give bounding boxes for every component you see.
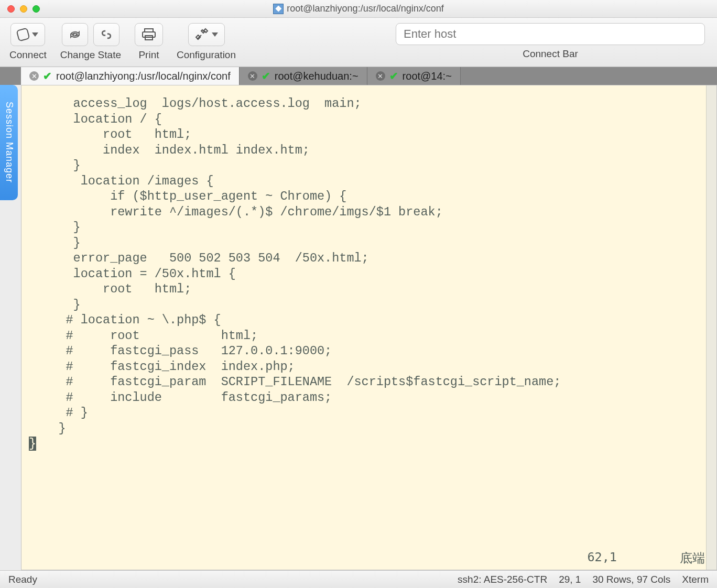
disconnect-icon xyxy=(101,29,112,40)
tab-label: root@14:~ xyxy=(403,70,452,82)
terminal-line: } xyxy=(29,421,712,437)
connect-label: Connect xyxy=(9,49,47,61)
reconnect-button[interactable] xyxy=(62,23,88,46)
status-connection: ssh2: AES-256-CTR xyxy=(458,574,547,585)
check-icon: ✔ xyxy=(389,70,398,82)
tab-label: root@lanzhiyong:/usr/local/nginx/conf xyxy=(56,70,231,82)
configuration-button[interactable] xyxy=(188,23,225,46)
terminal-line: # location ~ \.php$ { xyxy=(29,312,712,328)
terminal-line: # fastcgi_index index.php; xyxy=(29,359,712,375)
session-manager-tab[interactable]: Session Manager xyxy=(0,85,18,200)
connect-bar-label: Connect Bar xyxy=(523,48,578,60)
session-manager-label: Session Manager xyxy=(4,102,15,183)
print-button[interactable] xyxy=(135,23,163,46)
vim-status: 62,1 底端 xyxy=(587,550,705,567)
configuration-group: Configuration xyxy=(177,23,236,61)
terminal-scrollbar[interactable] xyxy=(706,85,716,570)
change-state-label: Change State xyxy=(60,49,121,61)
print-group: Print xyxy=(135,23,163,61)
titlebar: root@lanzhiyong:/usr/local/nginx/conf xyxy=(0,0,717,18)
status-ready: Ready xyxy=(8,574,37,585)
window-title: root@lanzhiyong:/usr/local/nginx/conf xyxy=(0,3,717,14)
terminal-line: root html; xyxy=(29,127,712,143)
toolbar: Connect Change State Print Configuration… xyxy=(0,18,717,67)
status-size: 30 Rows, 97 Cols xyxy=(592,574,670,585)
close-icon[interactable]: ✕ xyxy=(376,71,385,81)
terminal-line: root html; xyxy=(29,281,712,297)
terminal-line: access_log logs/host.access.log main; xyxy=(29,96,712,112)
terminal-line: # fastcgi_param SCRIPT_FILENAME /scripts… xyxy=(29,374,712,390)
change-state-group: Change State xyxy=(60,23,121,61)
status-cursor: 29, 1 xyxy=(559,574,581,585)
terminal-line: if ($http_user_agent ~ Chrome) { xyxy=(29,189,712,204)
terminal-pane[interactable]: access_log logs/host.access.log main; lo… xyxy=(21,85,717,570)
link-icon xyxy=(16,28,30,42)
reconnect-icon xyxy=(69,29,81,40)
terminal-line: location /images { xyxy=(29,173,712,189)
terminal-cursor: } xyxy=(29,437,36,451)
host-input[interactable] xyxy=(396,23,705,45)
terminal-line: # root html; xyxy=(29,328,712,344)
terminal-line: } xyxy=(29,235,712,251)
tab-session-2[interactable]: ✕ ✔ root@kehuduan:~ xyxy=(240,67,367,85)
terminal-line: rewrite ^/images/(.*)$ /chrome/imgs/$1 b… xyxy=(29,204,712,220)
check-icon: ✔ xyxy=(262,70,270,82)
status-bar: Ready ssh2: AES-256-CTR 29, 1 30 Rows, 9… xyxy=(0,570,717,588)
close-window-button[interactable] xyxy=(7,5,15,13)
chevron-down-icon xyxy=(212,32,218,37)
tools-icon xyxy=(195,28,209,41)
tab-session-3[interactable]: ✕ ✔ root@14:~ xyxy=(367,67,461,85)
configuration-label: Configuration xyxy=(177,49,236,61)
terminal-content[interactable]: access_log logs/host.access.log main; lo… xyxy=(21,85,716,570)
terminal-line: location = /50x.html { xyxy=(29,266,712,282)
terminal-line: location / { xyxy=(29,112,712,127)
terminal-line: # fastcgi_pass 127.0.0.1:9000; xyxy=(29,343,712,359)
terminal-line: # } xyxy=(29,405,712,421)
connect-bar-group: Connect Bar xyxy=(393,23,708,60)
svg-rect-1 xyxy=(143,32,155,37)
close-icon[interactable]: ✕ xyxy=(29,71,39,81)
terminal-line: error_page 500 502 503 504 /50x.html; xyxy=(29,251,712,266)
terminal-line: } xyxy=(29,436,712,452)
terminal-line: } xyxy=(29,220,712,235)
terminal-line: index index.html index.htm; xyxy=(29,143,712,158)
check-icon: ✔ xyxy=(43,70,52,82)
minimize-window-button[interactable] xyxy=(20,5,27,13)
printer-icon xyxy=(142,28,156,41)
zoom-window-button[interactable] xyxy=(32,5,40,13)
terminal-line: # include fastcgi_params; xyxy=(29,390,712,406)
status-term-type: Xterm xyxy=(682,574,709,585)
connect-group: Connect xyxy=(9,23,47,61)
connect-button[interactable] xyxy=(10,23,45,46)
vim-scroll-pos: 底端 xyxy=(680,550,705,567)
tab-label: root@kehuduan:~ xyxy=(275,70,358,82)
session-tabs: ✕ ✔ root@lanzhiyong:/usr/local/nginx/con… xyxy=(0,67,717,85)
app-icon xyxy=(273,4,284,14)
window-controls xyxy=(0,5,40,13)
vim-cursor-pos: 62,1 xyxy=(587,550,617,567)
terminal-line: } xyxy=(29,297,712,313)
tab-session-1[interactable]: ✕ ✔ root@lanzhiyong:/usr/local/nginx/con… xyxy=(21,67,240,85)
disconnect-button[interactable] xyxy=(93,23,120,46)
chevron-down-icon xyxy=(32,32,38,37)
terminal-line: } xyxy=(29,158,712,173)
window-title-text: root@lanzhiyong:/usr/local/nginx/conf xyxy=(287,3,443,14)
close-icon[interactable]: ✕ xyxy=(248,71,257,81)
print-label: Print xyxy=(138,49,159,61)
